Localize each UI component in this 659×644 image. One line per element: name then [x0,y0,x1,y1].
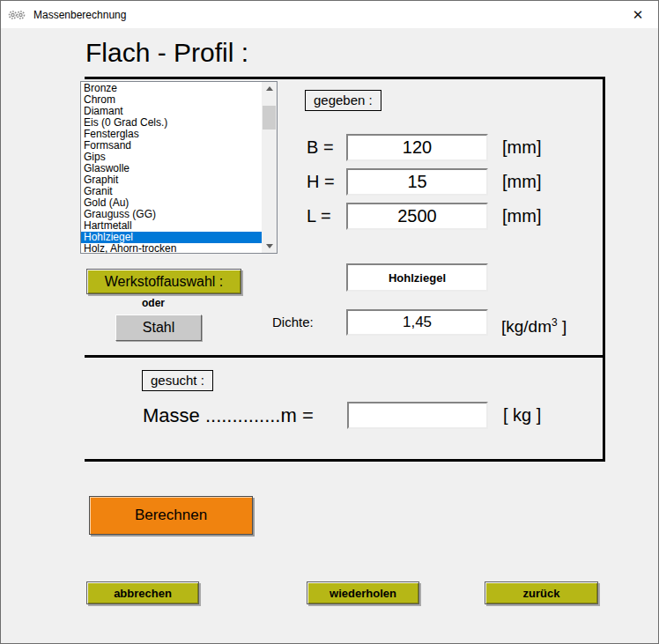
list-item[interactable]: Hohlziegel [81,232,262,243]
list-item[interactable]: Glaswolle [81,163,262,174]
density-label: Dichte: [272,309,314,336]
list-item[interactable]: Diamant [81,106,262,117]
gears-icon [8,9,26,21]
list-item[interactable]: Fensterglas [81,129,262,140]
scroll-up-icon[interactable] [262,82,277,95]
height-unit: [mm] [502,172,541,192]
app-window: Massenberechnung ✕ Flach - Profil : Bron… [0,0,659,644]
height-label: H = [307,172,346,192]
list-item[interactable]: Gips [81,152,262,163]
window-title: Massenberechnung [33,9,126,21]
given-label: gegeben : [305,90,381,111]
sought-label: gesucht : [142,370,213,391]
density-unit: [kg/dm3 ] [501,309,566,336]
height-input[interactable] [346,168,488,196]
list-item[interactable]: Hartmetall [81,220,262,232]
list-item[interactable]: Grauguss (GG) [81,209,262,220]
scroll-down-icon[interactable] [262,240,277,253]
back-button[interactable]: zurück [485,581,598,604]
mass-unit: [ kg ] [503,402,541,429]
width-input[interactable] [346,134,488,161]
material-select-button[interactable]: Werkstoffauswahl : [86,269,241,294]
list-item[interactable]: Granit [81,186,262,197]
materials-list: BronzeChromDiamantEis (0 Grad Cels.)Fens… [81,83,262,255]
list-item[interactable]: Bronze [81,83,262,94]
material-listbox[interactable]: BronzeChromDiamantEis (0 Grad Cels.)Fens… [80,81,278,254]
or-text: oder [76,297,231,309]
selected-material-display: Hohlziegel [346,263,488,292]
list-item[interactable]: Chrom [81,94,262,106]
list-item[interactable]: Holz, Ahorn-trocken [81,243,262,255]
density-input[interactable] [346,309,488,336]
list-item[interactable]: Formsand [81,140,262,152]
calculate-button[interactable]: Berechnen [89,496,253,535]
width-label: B = [307,137,346,158]
steel-button[interactable]: Stahl [115,315,202,341]
close-icon[interactable]: ✕ [618,1,658,28]
length-input[interactable] [346,203,488,230]
mass-label: Masse ..............m = [143,402,314,429]
length-row: L = [mm] [307,203,541,230]
length-label: L = [307,206,346,226]
cancel-button[interactable]: abbrechen [86,581,199,604]
section-divider [85,355,603,358]
width-row: B = [mm] [307,134,541,161]
list-item[interactable]: Gold (Au) [81,197,262,209]
page-title: Flach - Profil : [85,38,248,68]
list-item[interactable]: Eis (0 Grad Cels.) [81,117,262,129]
repeat-button[interactable]: wiederholen [307,581,419,604]
list-item[interactable]: Graphit [81,174,262,186]
width-unit: [mm] [502,137,541,158]
listbox-scrollbar[interactable] [262,82,277,253]
height-row: H = [mm] [307,168,541,196]
mass-input[interactable] [347,402,488,429]
scrollbar-thumb[interactable] [263,106,276,130]
length-unit: [mm] [502,206,541,226]
title-bar: Massenberechnung ✕ [1,1,658,28]
